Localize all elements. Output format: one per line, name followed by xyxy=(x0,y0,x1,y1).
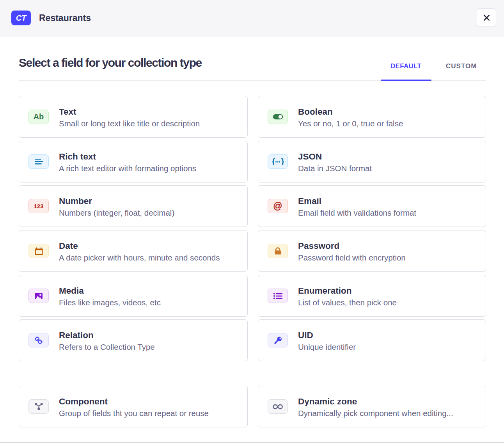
svg-text:{: { xyxy=(272,158,275,165)
svg-text:}: } xyxy=(281,158,284,165)
